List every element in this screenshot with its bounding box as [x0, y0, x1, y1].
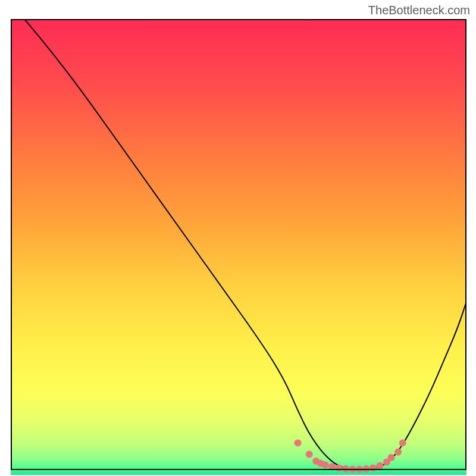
highlight-dot [388, 454, 395, 461]
highlight-dot [362, 465, 369, 472]
bottleneck-curve [24, 19, 466, 470]
highlight-dot [369, 465, 377, 472]
highlight-dot [376, 462, 383, 469]
highlight-dot [399, 439, 406, 446]
highlight-dot [328, 463, 336, 470]
highlight-dot [295, 439, 302, 446]
highlight-dot [356, 466, 363, 473]
chart-curve [11, 19, 466, 475]
highlight-dot [349, 466, 356, 473]
watermark-text: TheBottleneck.com [368, 4, 470, 17]
highlight-dot [336, 465, 343, 472]
highlight-dot [342, 465, 349, 472]
highlight-dot [322, 461, 329, 468]
highlight-dot [394, 449, 402, 456]
plot-area [11, 19, 466, 470]
highlight-dot [306, 451, 313, 458]
chart-container: TheBottleneck.com [0, 0, 476, 476]
